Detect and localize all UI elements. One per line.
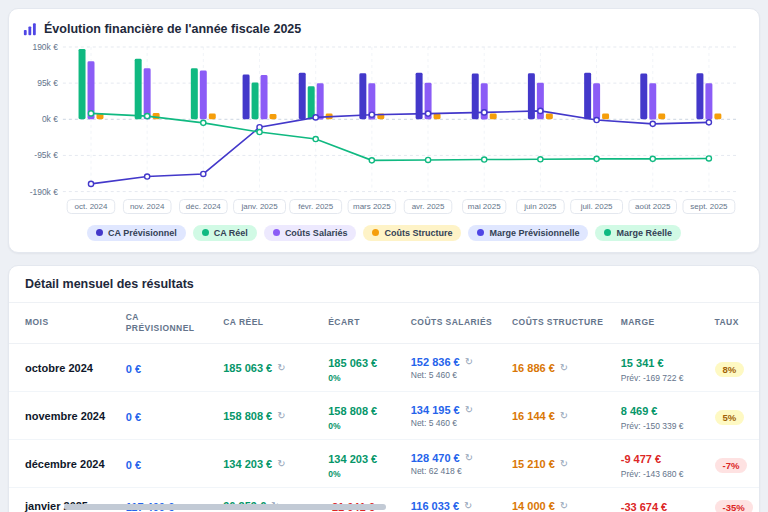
ecart-percent: 0%	[328, 469, 395, 479]
legend-item[interactable]: CA Réel	[193, 225, 257, 241]
line-point	[145, 174, 150, 179]
line-point	[650, 121, 655, 126]
column-header-salaries: COÛTS SALARIÉS	[403, 303, 504, 344]
taux-badge: 5%	[715, 410, 745, 425]
line-point	[145, 113, 150, 118]
legend-item[interactable]: Coûts Salariés	[264, 225, 357, 241]
bar	[299, 73, 306, 119]
month-label: décembre 2024	[25, 458, 110, 470]
couts-salaries-value: 128 470 €	[411, 452, 460, 464]
taux-badge: -7%	[715, 458, 748, 473]
ecart-percent: 0%	[328, 373, 395, 383]
line-point	[257, 129, 262, 134]
legend-dot	[273, 229, 280, 236]
column-header-mois: MOIS	[9, 303, 118, 344]
bar	[308, 86, 315, 119]
refresh-icon[interactable]: ↻	[465, 405, 473, 415]
line-point	[482, 110, 487, 115]
financial-evolution-chart: 190k €95k €0k €-95k €-190k €oct. 2024nov…	[23, 41, 745, 222]
ecart-percent: 0%	[328, 421, 395, 431]
x-axis-label: mai 2025	[468, 202, 501, 211]
table-row: novembre 2024 0 € 158 808 €↻ 158 808 € 0…	[9, 392, 759, 440]
bar	[144, 68, 151, 119]
y-axis-label: -95k €	[34, 150, 58, 160]
chart-card: Évolution financière de l'année fiscale …	[8, 8, 760, 253]
net-value: Net: 5 460 €	[411, 418, 496, 428]
refresh-icon[interactable]: ↻	[465, 453, 473, 463]
x-axis-label: août 2025	[635, 202, 671, 211]
x-axis-label: janv. 2025	[240, 202, 278, 211]
marge-previsionnelle-value: Prév: -143 680 €	[621, 469, 699, 479]
refresh-icon[interactable]: ↻	[560, 411, 568, 421]
refresh-icon[interactable]: ↻	[464, 501, 472, 511]
line-point	[369, 112, 374, 117]
chart-legend: CA PrévisionnelCA RéelCoûts SalariésCoût…	[23, 222, 745, 246]
refresh-icon[interactable]: ↻	[465, 357, 473, 367]
x-axis-label: juin 2025	[523, 202, 557, 211]
line-point	[313, 115, 318, 120]
legend-item[interactable]: Marge Prévisionnelle	[468, 225, 588, 241]
bar	[270, 114, 277, 119]
chart-title: Évolution financière de l'année fiscale …	[44, 22, 301, 36]
line-point	[369, 158, 374, 163]
refresh-icon[interactable]: ↻	[560, 363, 568, 373]
legend-dot	[96, 229, 103, 236]
column-header-marge: MARGE	[613, 303, 707, 344]
month-label: novembre 2024	[25, 410, 110, 422]
y-axis-label: 0k €	[42, 114, 58, 124]
table-row: décembre 2024 0 € 134 203 €↻ 134 203 € 0…	[9, 440, 759, 488]
refresh-icon[interactable]: ↻	[277, 411, 285, 421]
bar-chart-icon	[23, 22, 37, 36]
line-point	[594, 117, 599, 122]
ca-reel-value: 134 203 €	[223, 458, 272, 470]
bar	[317, 83, 324, 119]
refresh-icon[interactable]: ↻	[277, 363, 285, 373]
column-header-ca_prev: CA PRÉVISIONNEL	[118, 303, 216, 344]
legend-label: Coûts Structure	[384, 228, 452, 238]
legend-label: Marge Réelle	[616, 228, 672, 238]
legend-label: CA Prévisionnel	[108, 228, 177, 238]
legend-dot	[604, 229, 611, 236]
refresh-icon[interactable]: ↻	[277, 459, 285, 469]
bar	[243, 75, 250, 120]
line-point	[425, 157, 430, 162]
line-point	[594, 156, 599, 161]
legend-label: CA Réel	[214, 228, 248, 238]
x-axis-label: sept. 2025	[690, 202, 728, 211]
refresh-icon[interactable]: ↻	[560, 501, 568, 511]
refresh-icon[interactable]: ↻	[560, 459, 568, 469]
marge-previsionnelle-value: Prév: -150 339 €	[621, 421, 699, 431]
column-header-taux: TAUX	[707, 303, 760, 344]
couts-structure-value: 16 886 €	[512, 362, 555, 374]
couts-structure-value: 15 210 €	[512, 458, 555, 470]
marge-value: 8 469 €	[621, 405, 658, 417]
line-point	[88, 111, 93, 116]
line-point	[425, 111, 430, 116]
bar	[209, 113, 216, 119]
y-axis-label: 95k €	[37, 78, 58, 88]
legend-item[interactable]: CA Prévisionnel	[87, 225, 186, 241]
line-point	[538, 157, 543, 162]
line-point	[313, 136, 318, 141]
line-series	[91, 113, 709, 160]
bar	[546, 114, 553, 120]
line-point	[706, 120, 711, 125]
dashboard-page: Évolution financière de l'année fiscale …	[0, 0, 768, 512]
bar	[649, 83, 656, 119]
bar	[705, 83, 712, 119]
x-axis-label: mars 2025	[353, 202, 391, 211]
horizontal-scrollbar-thumb[interactable]	[64, 504, 386, 510]
bar	[359, 73, 366, 119]
ecart-value: 185 063 €	[328, 357, 377, 369]
line-point	[88, 181, 93, 186]
x-axis-label: avr. 2025	[412, 202, 445, 211]
legend-item[interactable]: Marge Réelle	[595, 225, 681, 241]
column-header-ecart: ÉCART	[320, 303, 403, 344]
line-series	[91, 111, 709, 184]
bar	[261, 75, 268, 119]
column-header-ca_reel: CA RÉEL	[215, 303, 320, 344]
ecart-value: 134 203 €	[328, 453, 377, 465]
x-axis-label: nov. 2024	[130, 202, 165, 211]
legend-item[interactable]: Coûts Structure	[363, 225, 461, 241]
bar	[490, 114, 497, 120]
